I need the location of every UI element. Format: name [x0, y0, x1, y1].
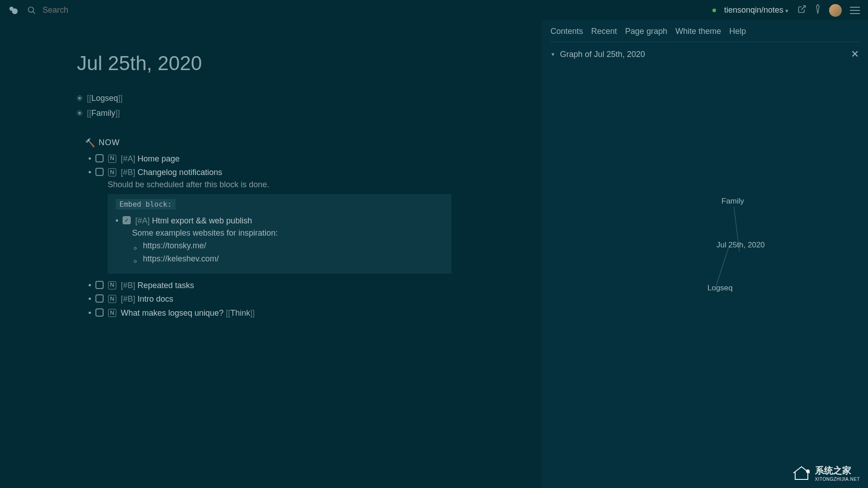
svg-line-3: [33, 11, 35, 14]
app-logo-icon[interactable]: [8, 5, 18, 15]
task-checkbox[interactable]: [95, 308, 104, 317]
task-row[interactable]: N [#B] Changelog notifications: [89, 166, 541, 179]
svg-point-5: [806, 470, 809, 473]
close-icon[interactable]: ✕: [851, 48, 859, 60]
task-row[interactable]: N [#B] Repeated tasks: [89, 279, 541, 292]
graph-node-family[interactable]: Family: [721, 197, 744, 206]
main-content: Jul 25th, 2020 [[Logseq]] [[Family]] 🔨 N…: [0, 20, 541, 488]
search-input[interactable]: [43, 5, 147, 15]
bullet-icon[interactable]: [77, 95, 82, 101]
page-ref-item[interactable]: [[Logseq]]: [77, 92, 541, 105]
now-badge-icon: N: [108, 168, 116, 176]
dot-bullet-icon: [89, 298, 91, 300]
search-icon[interactable]: [27, 6, 36, 15]
link-item[interactable]: https://tonsky.me/: [134, 239, 443, 252]
tab-white-theme[interactable]: White theme: [675, 27, 721, 36]
house-icon: [792, 465, 811, 481]
open-external-icon[interactable]: [797, 5, 806, 16]
graph-node-logseq[interactable]: Logseq: [707, 284, 733, 293]
tab-help[interactable]: Help: [729, 27, 746, 36]
right-sidebar: Contents Recent Page graph White theme H…: [541, 20, 868, 488]
now-badge-icon: N: [108, 155, 116, 163]
dot-bullet-icon: [89, 157, 91, 160]
watermark: 系统之家 XITONGZHIJIA.NET: [792, 464, 860, 482]
bullet-icon[interactable]: [77, 110, 82, 116]
embed-tag: Embed block:: [116, 199, 175, 209]
task-checkbox-checked[interactable]: ✓: [123, 216, 131, 224]
now-badge-icon: N: [108, 295, 116, 303]
link-item[interactable]: https://keleshev.com/: [134, 252, 443, 265]
tab-contents[interactable]: Contents: [550, 27, 583, 36]
repo-selector[interactable]: tiensonqin/notes▼: [724, 5, 789, 15]
tie-icon[interactable]: [815, 4, 821, 17]
svg-point-2: [28, 7, 34, 12]
task-row[interactable]: N [#A] Home page: [89, 152, 541, 166]
task-subtext: Should be scheduled after this block is …: [108, 180, 541, 190]
now-badge-icon: N: [108, 309, 116, 317]
task-checkbox[interactable]: [95, 294, 104, 303]
avatar[interactable]: [829, 4, 842, 17]
dot-bullet-icon: [89, 171, 91, 173]
page-title: Jul 25th, 2020: [77, 52, 541, 75]
top-header: tiensonqin/notes▼: [0, 0, 868, 20]
dot-bullet-icon: [116, 219, 118, 222]
graph-node-center[interactable]: Jul 25th, 2020: [716, 241, 765, 250]
dot-bullet-icon: [89, 284, 91, 286]
sidebar-panel-header[interactable]: ▼ Graph of Jul 25th, 2020: [550, 50, 645, 59]
page-ref-item[interactable]: [[Family]]: [77, 107, 541, 120]
embed-block: Embed block: ✓ [#A] Html export && web p…: [108, 194, 451, 273]
graph-canvas[interactable]: Family Jul 25th, 2020 Logseq: [550, 66, 859, 338]
svg-point-1: [12, 8, 18, 14]
now-badge-icon: N: [108, 281, 116, 289]
svg-line-4: [801, 6, 805, 10]
embed-desc: Some examples websites for inspiration:: [132, 228, 443, 238]
task-checkbox[interactable]: [95, 168, 104, 176]
task-row[interactable]: N [#B] Intro docs: [89, 293, 541, 306]
collapse-icon[interactable]: ▼: [550, 52, 555, 57]
sync-status-dot-icon: [712, 9, 716, 12]
task-row[interactable]: N What makes logseq unique? [[Think]]: [89, 307, 541, 320]
menu-icon[interactable]: [850, 7, 860, 14]
hammer-icon: 🔨: [85, 138, 95, 148]
task-checkbox[interactable]: [95, 154, 104, 162]
dot-bullet-icon: [89, 312, 91, 314]
now-section-header[interactable]: 🔨 NOW: [85, 138, 541, 148]
sidebar-tabs: Contents Recent Page graph White theme H…: [550, 27, 859, 42]
circle-bullet-icon: [134, 247, 137, 250]
task-checkbox[interactable]: [95, 281, 104, 289]
tab-page-graph[interactable]: Page graph: [625, 27, 667, 36]
circle-bullet-icon: [134, 260, 137, 263]
embed-task-row[interactable]: ✓ [#A] Html export && web publish: [116, 214, 443, 227]
search-area: [27, 5, 703, 15]
tab-recent[interactable]: Recent: [591, 27, 617, 36]
graph-edge: [716, 245, 730, 286]
header-right: tiensonqin/notes▼: [712, 4, 860, 17]
